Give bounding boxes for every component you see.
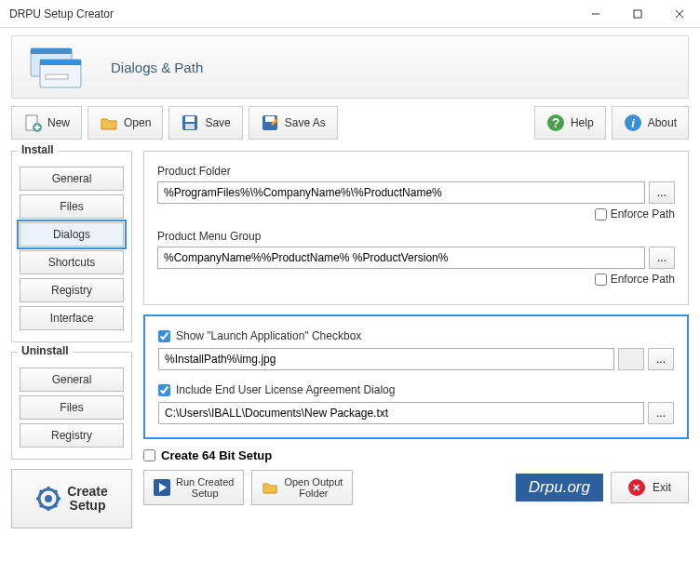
- eula-checkbox[interactable]: [158, 384, 170, 396]
- close-button[interactable]: [658, 0, 700, 28]
- save-as-icon: [261, 114, 279, 132]
- minimize-button[interactable]: [574, 0, 616, 28]
- new-label: New: [47, 116, 70, 129]
- create-setup-button[interactable]: Create Setup: [11, 469, 132, 528]
- header-banner: Dialogs & Path: [11, 35, 689, 99]
- sidebar-item-shortcuts[interactable]: Shortcuts: [20, 250, 124, 274]
- uninstall-group-label: Uninstall: [18, 344, 73, 357]
- svg-rect-7: [40, 60, 81, 65]
- product-menu-input[interactable]: [157, 247, 645, 269]
- paths-group: Product Folder ... Enforce Path Product …: [143, 151, 689, 305]
- new-icon: [23, 114, 42, 132]
- bottom-area: Create 64 Bit Setup Run Created Setup Op…: [143, 448, 689, 505]
- dialogs-icon: [27, 47, 83, 88]
- toolbar: New Open Save Save As ? Help i About: [11, 106, 689, 143]
- dialogs-group: Show "Launch Application" Checkbox ... I…: [143, 314, 689, 439]
- show-launch-row[interactable]: Show "Launch Application" Checkbox: [158, 329, 674, 342]
- save-button[interactable]: Save: [168, 106, 242, 140]
- new-button[interactable]: New: [11, 106, 82, 140]
- enforce-path-2[interactable]: Enforce Path: [595, 273, 675, 286]
- save-label: Save: [205, 116, 230, 129]
- product-menu-browse-button[interactable]: ...: [649, 247, 675, 269]
- exit-label: Exit: [653, 481, 671, 494]
- sidebar-uninstall-files[interactable]: Files: [20, 395, 124, 420]
- svg-rect-1: [634, 10, 641, 18]
- close-icon: ✕: [628, 479, 645, 496]
- watermark: Drpu.org: [516, 474, 603, 501]
- sidebar-item-interface[interactable]: Interface: [20, 306, 124, 330]
- svg-rect-17: [265, 116, 275, 122]
- eula-browse-button[interactable]: ...: [648, 402, 674, 424]
- gear-icon: [35, 486, 61, 512]
- titlebar: DRPU Setup Creator: [0, 0, 700, 28]
- uninstall-group: Uninstall General Files Registry: [11, 352, 132, 460]
- maximize-button[interactable]: [616, 0, 658, 28]
- help-label: Help: [571, 116, 594, 129]
- help-button[interactable]: ? Help: [534, 106, 606, 140]
- sidebar-item-registry[interactable]: Registry: [20, 278, 124, 302]
- launch-path-disabled-button: [618, 348, 644, 370]
- svg-rect-15: [185, 124, 195, 129]
- create-setup-label: Create Setup: [67, 485, 108, 514]
- page-title: Dialogs & Path: [111, 60, 203, 75]
- launch-path-browse-button[interactable]: ...: [648, 348, 674, 370]
- save-as-button[interactable]: Save As: [249, 106, 338, 140]
- svg-line-28: [40, 490, 43, 493]
- exit-button[interactable]: ✕ Exit: [611, 472, 689, 503]
- enforce-path-1[interactable]: Enforce Path: [595, 207, 675, 220]
- product-folder-browse-button[interactable]: ...: [649, 181, 675, 204]
- window-title: DRPU Setup Creator: [9, 7, 574, 20]
- svg-text:i: i: [631, 116, 635, 130]
- folder-icon: [262, 479, 278, 496]
- sidebar: Install General Files Dialogs Shortcuts …: [11, 151, 132, 528]
- create-64bit-checkbox[interactable]: [143, 449, 155, 461]
- svg-rect-8: [46, 74, 68, 79]
- eula-row[interactable]: Include End User License Agreement Dialo…: [158, 383, 674, 396]
- show-launch-label: Show "Launch Application" Checkbox: [176, 329, 361, 342]
- run-created-label: Run Created Setup: [176, 476, 234, 499]
- run-created-setup-button[interactable]: Run Created Setup: [143, 470, 244, 505]
- sidebar-item-general[interactable]: General: [20, 167, 124, 191]
- product-menu-label: Product Menu Group: [157, 230, 675, 243]
- enforce-path-2-checkbox[interactable]: [595, 274, 607, 286]
- install-group: Install General Files Dialogs Shortcuts …: [11, 151, 132, 342]
- sidebar-item-dialogs[interactable]: Dialogs: [20, 222, 124, 247]
- open-output-folder-button[interactable]: Open Output Folder: [251, 470, 353, 505]
- play-icon: [154, 479, 170, 496]
- about-button[interactable]: i About: [612, 106, 689, 140]
- open-output-label: Open Output Folder: [284, 476, 343, 499]
- svg-line-29: [54, 504, 57, 507]
- save-icon: [181, 114, 199, 132]
- eula-label: Include End User License Agreement Dialo…: [176, 383, 395, 396]
- sidebar-uninstall-registry[interactable]: Registry: [20, 423, 124, 448]
- sidebar-item-files[interactable]: Files: [20, 194, 124, 219]
- svg-line-30: [40, 504, 43, 507]
- launch-path-input[interactable]: [158, 348, 614, 370]
- sidebar-uninstall-general[interactable]: General: [20, 368, 124, 392]
- product-folder-label: Product Folder: [157, 165, 675, 178]
- open-icon: [100, 114, 118, 132]
- open-label: Open: [124, 116, 151, 129]
- show-launch-checkbox[interactable]: [158, 330, 170, 342]
- enforce-path-1-checkbox[interactable]: [595, 208, 607, 220]
- help-icon: ?: [546, 114, 565, 132]
- eula-path-input[interactable]: [158, 402, 644, 424]
- open-button[interactable]: Open: [88, 106, 163, 140]
- create-64bit-label: Create 64 Bit Setup: [161, 448, 272, 462]
- svg-text:?: ?: [552, 115, 560, 130]
- product-folder-input[interactable]: [157, 181, 645, 204]
- save-as-label: Save As: [285, 116, 326, 129]
- about-label: About: [648, 116, 677, 129]
- svg-rect-5: [31, 48, 72, 54]
- install-group-label: Install: [18, 143, 58, 156]
- svg-point-23: [45, 495, 52, 502]
- svg-rect-14: [185, 116, 195, 122]
- about-icon: i: [624, 114, 642, 132]
- svg-line-31: [54, 490, 57, 493]
- create-64bit-row[interactable]: Create 64 Bit Setup: [143, 448, 689, 462]
- content-area: Product Folder ... Enforce Path Product …: [143, 151, 689, 528]
